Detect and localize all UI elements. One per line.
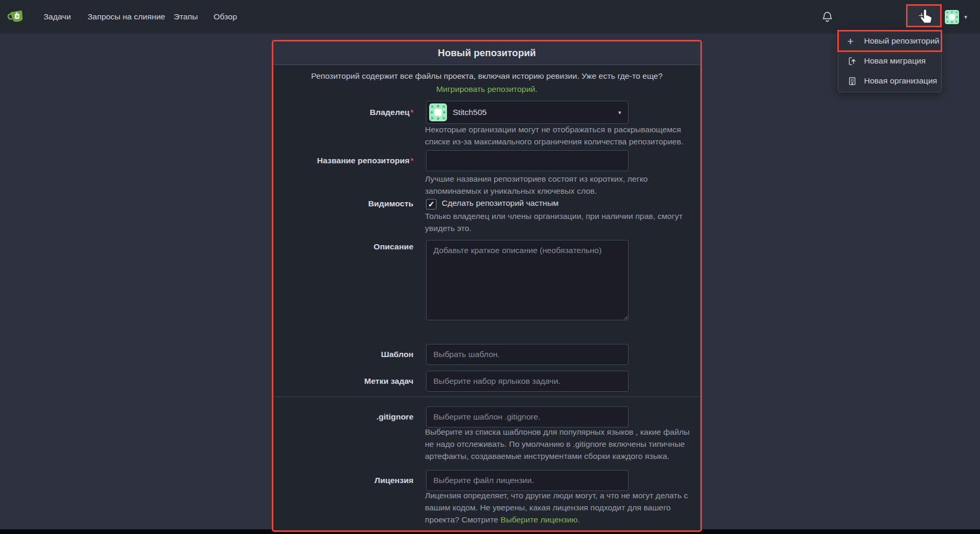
menu-item-new-organization[interactable]: Новая организация bbox=[838, 71, 941, 91]
issue-labels-label: Метки задач bbox=[273, 371, 413, 392]
gitignore-help: Выберите из списка шаблонов для популярн… bbox=[425, 426, 699, 462]
private-checkbox[interactable]: ✓ bbox=[426, 199, 436, 210]
nav-item-issues[interactable]: Задачи bbox=[44, 0, 71, 34]
owner-avatar bbox=[429, 103, 447, 121]
plus-icon: + bbox=[919, 9, 925, 22]
plus-icon: + bbox=[847, 36, 857, 46]
notifications-bell-icon[interactable] bbox=[821, 11, 834, 24]
panel-body: Репозиторий содержит все файлы проекта, … bbox=[273, 65, 700, 530]
choose-license-link[interactable]: Выберите лицензию. bbox=[500, 515, 580, 524]
required-asterisk: * bbox=[411, 108, 413, 117]
avatar-chevron-down-icon[interactable]: ▾ bbox=[964, 0, 967, 34]
intro-text-plain: Репозиторий содержит все файлы проекта, … bbox=[311, 71, 663, 80]
organization-icon bbox=[847, 76, 857, 86]
visibility-label: Видимость bbox=[273, 195, 413, 212]
gitignore-input[interactable] bbox=[426, 406, 629, 427]
license-label: Лицензия bbox=[273, 470, 413, 491]
new-repository-panel: Новый репозиторий Репозиторий содержит в… bbox=[272, 40, 702, 532]
nav-item-merge-requests[interactable]: Запросы на слияние bbox=[88, 0, 165, 34]
owner-select[interactable]: Stitch505 ▾ bbox=[426, 101, 629, 124]
repo-name-label: Название репозитория* bbox=[273, 150, 413, 171]
description-label: Описание bbox=[273, 240, 413, 254]
private-checkbox-label[interactable]: Сделать репозиторий частным bbox=[442, 198, 559, 208]
license-input[interactable] bbox=[426, 470, 629, 491]
license-help: Лицензия определяет, что другие люди мог… bbox=[425, 489, 699, 526]
owner-label: Владелец* bbox=[273, 101, 413, 124]
repo-name-input[interactable] bbox=[426, 150, 629, 171]
chevron-down-icon: ▾ bbox=[618, 109, 621, 116]
nav-item-overview[interactable]: Обзор bbox=[214, 0, 237, 34]
repo-name-help: Лучшие названия репозиториев состоят из … bbox=[425, 173, 699, 197]
menu-item-label: Новая организация bbox=[864, 76, 937, 86]
owner-value: Stitch505 bbox=[453, 108, 612, 117]
description-textarea[interactable] bbox=[426, 240, 629, 320]
create-dropdown-menu: + Новый репозиторий Новая миграция Новая… bbox=[838, 30, 942, 92]
repo-name-label-text: Название репозитория bbox=[317, 156, 409, 165]
section-divider bbox=[273, 396, 700, 397]
chevron-down-icon: ▾ bbox=[926, 14, 930, 20]
owner-help: Некоторые организации могут не отображат… bbox=[425, 123, 699, 148]
top-navbar: Задачи Запросы на слияние Этапы Обзор + … bbox=[0, 0, 980, 34]
gitea-logo-icon[interactable] bbox=[7, 7, 27, 27]
owner-label-text: Владелец bbox=[370, 108, 410, 117]
menu-item-label: Новая миграция bbox=[864, 56, 925, 66]
required-asterisk: * bbox=[411, 156, 413, 165]
template-label: Шаблон bbox=[273, 344, 413, 365]
migration-icon bbox=[847, 56, 857, 66]
template-input[interactable] bbox=[426, 344, 629, 365]
menu-item-label: Новый репозиторий bbox=[864, 36, 939, 46]
visibility-help: Только владелец или члены организации, п… bbox=[425, 210, 699, 234]
migrate-repository-link[interactable]: Мигрировать репозиторий. bbox=[436, 85, 537, 93]
menu-item-new-repository[interactable]: + Новый репозиторий bbox=[838, 31, 941, 51]
intro-text: Репозиторий содержит все файлы проекта, … bbox=[303, 69, 670, 96]
panel-title: Новый репозиторий bbox=[273, 41, 700, 65]
menu-item-new-migration[interactable]: Новая миграция bbox=[838, 51, 941, 71]
gitignore-label: .gitignore bbox=[273, 406, 413, 427]
create-new-button[interactable]: + ▾ bbox=[906, 4, 942, 27]
nav-item-milestones[interactable]: Этапы bbox=[174, 0, 198, 34]
user-avatar[interactable] bbox=[945, 10, 959, 24]
issue-labels-input[interactable] bbox=[426, 371, 629, 392]
